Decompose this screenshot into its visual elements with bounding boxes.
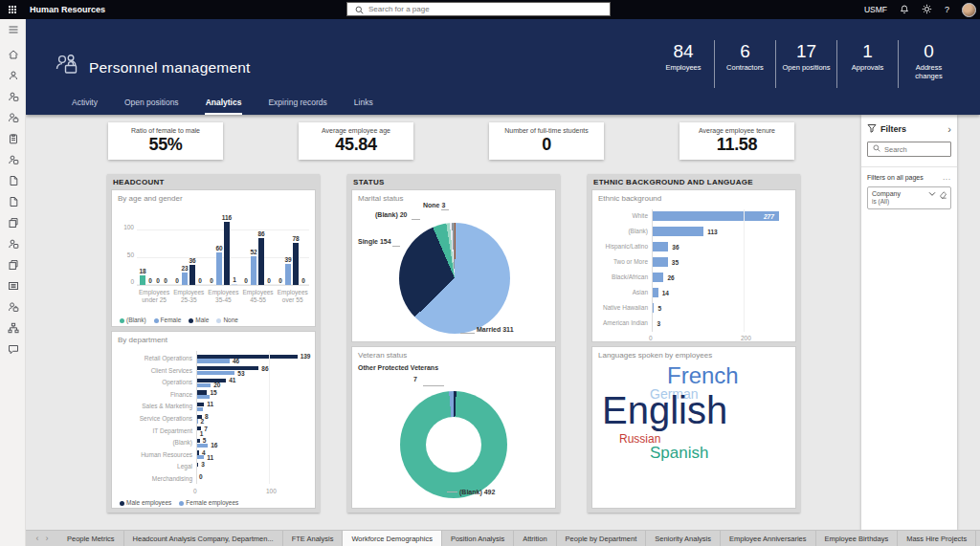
female-bar[interactable] [251, 256, 256, 285]
ethnic-bar[interactable] [652, 273, 663, 282]
ethnic-panel-title: ETHNIC BACKGROUND AND LANGUAGE [588, 174, 800, 186]
report-tab-seniority-analysis[interactable]: Seniority Analysis [646, 531, 721, 546]
collapse-filters-chevron-icon[interactable]: › [947, 125, 951, 134]
marital-status-pie[interactable] [399, 223, 510, 334]
help-icon[interactable]: ? [945, 5, 949, 14]
female-bar[interactable] [216, 252, 222, 285]
list-pages-icon[interactable] [0, 275, 26, 296]
page-search-input[interactable] [368, 5, 579, 13]
male-bar[interactable] [196, 355, 298, 359]
tab-expiring-records[interactable]: Expiring records [267, 94, 327, 115]
tab-analytics[interactable]: Analytics [205, 94, 243, 115]
age-gender-chart-card: By age and gender 0501001800002336006011… [111, 189, 316, 327]
tab-links[interactable]: Links [353, 94, 374, 115]
male-bar[interactable] [189, 265, 195, 285]
wordcloud-word-spanish[interactable]: Spanish [650, 445, 708, 461]
employee-self-service-icon[interactable] [0, 65, 26, 86]
header-stat-employees[interactable]: 84Employees [653, 40, 714, 88]
report-tab-headcount-analysis-company-departmen[interactable]: Headcount Analysis Company, Departmen... [124, 531, 283, 546]
report-tab-fte-analysis[interactable]: FTE Analysis [283, 531, 344, 546]
header-stat-approvals[interactable]: 1Approvals [836, 40, 898, 88]
ethnic-row: Black/African26 [592, 271, 795, 286]
tab-open-positions[interactable]: Open positions [123, 94, 180, 115]
filters-title: Filters [880, 124, 944, 134]
female-bar[interactable] [196, 371, 234, 375]
home-icon[interactable] [0, 44, 26, 65]
recruitment-icon[interactable] [0, 107, 26, 128]
none-bar[interactable] [232, 284, 237, 285]
x-axis-label: Employees 45-55 [240, 289, 275, 304]
ethnic-bar[interactable] [652, 227, 703, 236]
kpi-card-1[interactable]: Ratio of female to male55% [108, 122, 223, 160]
chevron-down-icon[interactable] [928, 190, 936, 201]
clear-filter-eraser-icon[interactable] [939, 190, 947, 201]
male-bar[interactable] [196, 366, 258, 370]
user-avatar[interactable] [962, 3, 976, 17]
reports-icon[interactable] [0, 191, 26, 212]
app-launcher-icon[interactable] [9, 6, 16, 13]
report-tab-people-metrics[interactable]: People Metrics [58, 531, 124, 546]
more-options-icon[interactable]: ... [943, 174, 951, 181]
female-bar[interactable] [182, 273, 188, 285]
header-stat-contractors[interactable]: 6Contractors [714, 40, 775, 88]
male-bar[interactable] [224, 222, 230, 285]
kpi-value: 11.58 [679, 135, 794, 155]
personnel-management-icon[interactable] [0, 86, 26, 107]
kpi-card-2[interactable]: Average employee age45.84 [299, 122, 413, 160]
report-tab-employee-anniversaries[interactable]: Employee Anniversaries [721, 531, 815, 546]
male-bar[interactable] [196, 379, 226, 382]
female-value-label: 2 [201, 418, 205, 425]
female-bar[interactable] [196, 359, 230, 362]
male-bar[interactable] [293, 243, 299, 285]
blank-bar[interactable] [140, 275, 145, 285]
page-search-box[interactable] [346, 2, 611, 16]
report-tab-employee-birthdays[interactable]: Employee Birthdays [816, 531, 899, 546]
compensation-icon[interactable] [0, 254, 26, 275]
report-tab-workforce-demographics[interactable]: Workforce Demographics [343, 531, 441, 546]
org-structure-icon[interactable] [0, 317, 26, 339]
scroll-tabs-left-icon[interactable]: ‹ [36, 534, 39, 543]
header-stat-address-changes[interactable]: 0Address changes [898, 40, 959, 88]
document-icon[interactable] [0, 170, 26, 191]
tasks-icon[interactable] [0, 128, 26, 149]
wordcloud-word-french[interactable]: French [667, 364, 739, 387]
feedback-icon[interactable] [0, 339, 26, 360]
male-bar[interactable] [196, 403, 204, 406]
bar-value-label: 60 [215, 245, 222, 251]
benefits-icon[interactable] [0, 296, 26, 317]
scroll-tabs-right-icon[interactable]: › [46, 534, 49, 543]
kpi-card-4[interactable]: Average employee tenure11.58 [679, 122, 794, 160]
filter-search-input[interactable] [884, 145, 942, 154]
report-tab-mass-hire-projects[interactable]: Mass Hire Projects [898, 531, 976, 546]
ethnic-bar[interactable] [652, 257, 668, 267]
header-stat-open-positions[interactable]: 17Open positions [775, 40, 836, 88]
female-bar[interactable] [196, 395, 210, 399]
wordcloud-word-english[interactable]: English [602, 391, 727, 429]
report-tab-position-analysis[interactable]: Position Analysis [442, 531, 514, 546]
ethnic-bar[interactable] [652, 242, 668, 251]
hamburger-menu-icon[interactable] [0, 19, 26, 40]
tab-activity[interactable]: Activity [71, 94, 99, 115]
stat-label: Address changes [899, 64, 959, 80]
female-bar[interactable] [196, 407, 203, 411]
team-icon[interactable] [0, 233, 26, 254]
female-bar[interactable] [196, 383, 211, 387]
female-bar[interactable] [196, 455, 204, 459]
female-bar[interactable] [285, 264, 291, 285]
settings-gear-icon[interactable] [922, 1, 932, 18]
male-bar[interactable] [196, 390, 207, 394]
ethnic-bar[interactable] [652, 288, 658, 297]
filter-search-box[interactable] [867, 142, 951, 157]
ethnic-bar[interactable] [652, 211, 779, 221]
male-bar[interactable] [258, 238, 264, 285]
report-tab-attrition[interactable]: Attrition [514, 531, 556, 546]
leave-absence-icon[interactable] [0, 149, 26, 170]
kpi-card-3[interactable]: Number of full-time students0 [489, 122, 604, 160]
workspaces-icon[interactable] [0, 212, 26, 233]
female-bar[interactable] [196, 444, 208, 448]
veteran-status-donut[interactable] [400, 391, 507, 498]
notifications-bell-icon[interactable] [900, 1, 909, 18]
environment-badge[interactable]: USMF [864, 5, 887, 14]
report-tab-people-by-department[interactable]: People by Department [557, 531, 647, 546]
filter-card-company[interactable]: Company is (All) [867, 186, 951, 209]
